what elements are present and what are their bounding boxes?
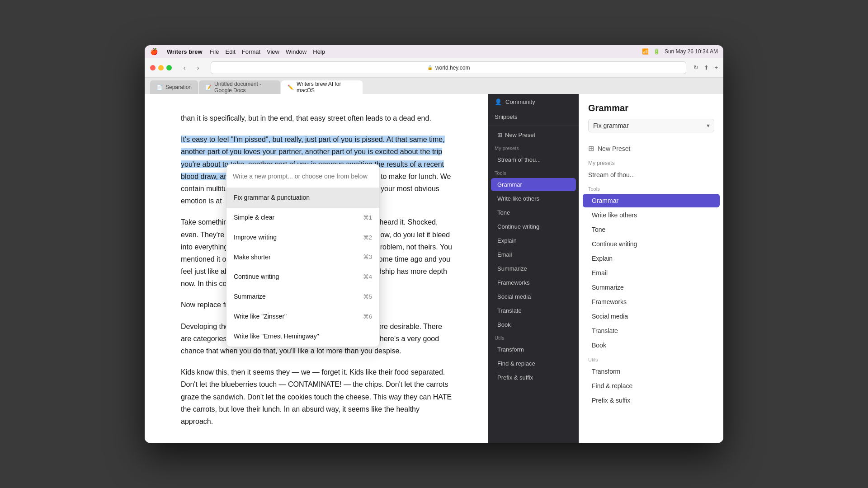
editor-area[interactable]: than it is specifically, but in the end,…: [145, 94, 488, 443]
grammar-tool-explain[interactable]: Explain: [583, 252, 720, 265]
forward-button[interactable]: ›: [193, 62, 203, 73]
sidebar-tool-grammar[interactable]: Grammar: [491, 178, 576, 191]
grammar-util-prefix[interactable]: Prefix & suffix: [583, 394, 720, 407]
menu-file[interactable]: File: [210, 48, 219, 55]
browser-nav: ‹ ›: [179, 62, 203, 73]
popup-search-area[interactable]: [226, 164, 379, 188]
browser-tabs: 📄 Separation 📝 Untitled document - Googl…: [145, 78, 723, 94]
menu-format[interactable]: Format: [242, 48, 260, 55]
new-preset-icon: ⊞: [497, 131, 502, 138]
share-icon[interactable]: ⬆: [704, 64, 709, 71]
editor-paragraph-5: Kids know this, then it seems they — we …: [181, 366, 452, 427]
main-area: than it is specifically, but in the end,…: [145, 94, 723, 443]
fullscreen-button[interactable]: [166, 65, 172, 70]
sidebar-tool-summarize[interactable]: Summarize: [491, 262, 576, 275]
grammar-tool-social[interactable]: Social media: [583, 310, 720, 323]
grammar-tools-label: Tools: [579, 182, 723, 193]
sidebar-tool-book[interactable]: Book: [491, 318, 576, 331]
apple-logo-icon[interactable]: 🍎: [150, 48, 158, 55]
sidebar-community[interactable]: 👤 Community: [488, 94, 579, 110]
popup-item-simple[interactable]: Simple & clear ⌘1: [226, 208, 379, 228]
tab-icon-writers: ✏️: [288, 84, 294, 90]
sidebar-tool-explain[interactable]: Explain: [491, 234, 576, 247]
grammar-tool-write-like[interactable]: Write like others: [583, 208, 720, 222]
tab-icon-separation: 📄: [156, 84, 163, 90]
sidebar-tool-translate[interactable]: Translate: [491, 304, 576, 317]
tab-label-writers: Writers brew AI for macOS: [297, 81, 356, 94]
grammar-select[interactable]: Fix grammar Improve writing Simple & cle…: [588, 119, 714, 132]
url-text: world.hey.com: [435, 65, 470, 71]
popup-item-label-simple: Simple & clear: [234, 212, 274, 223]
traffic-lights: [150, 65, 172, 70]
tab-icon-docs: 📝: [205, 84, 212, 90]
popup-item-label-continue: Continue writing: [234, 272, 279, 282]
menu-view[interactable]: View: [267, 48, 279, 55]
tab-label-docs: Untitled document - Google Docs: [214, 81, 274, 94]
community-label: Community: [505, 99, 535, 105]
grammar-select-row: Fix grammar Improve writing Simple & cle…: [579, 119, 723, 140]
sidebar-tool-write-like[interactable]: Write like others: [491, 192, 576, 205]
popup-item-hemingway[interactable]: Write like "Ernest Hemingway": [226, 327, 379, 347]
grammar-tool-email[interactable]: Email: [583, 266, 720, 280]
sidebar-tool-frameworks[interactable]: Frameworks: [491, 276, 576, 289]
grammar-tool-summarize[interactable]: Summarize: [583, 281, 720, 294]
tab-separation[interactable]: 📄 Separation: [150, 80, 198, 94]
popup-item-shortcut-simple: ⌘1: [363, 213, 372, 223]
sidebar-tool-email[interactable]: Email: [491, 248, 576, 261]
clock: Sun May 26 10:34 AM: [665, 48, 718, 55]
grammar-new-preset[interactable]: ⊞ New Preset: [579, 140, 723, 157]
grammar-my-presets-label: My presets: [579, 157, 723, 168]
popup-item-label-summarize: Summarize: [234, 291, 266, 302]
my-presets-label: My presets: [488, 142, 579, 153]
address-bar[interactable]: 🔒 world.hey.com: [211, 61, 686, 74]
battery-icon: 🔋: [653, 48, 660, 55]
popup-item-label-improve: Improve writing: [234, 232, 277, 243]
sidebar-util-find-replace[interactable]: Find & replace: [491, 357, 576, 370]
popup-item-label-fix-grammar: Fix grammar & punctuation: [234, 192, 310, 203]
sidebar-stream-preset[interactable]: Stream of thou...: [491, 153, 576, 166]
sidebar-tool-tone[interactable]: Tone: [491, 206, 576, 219]
grammar-tool-book[interactable]: Book: [583, 338, 720, 352]
grammar-tool-translate[interactable]: Translate: [583, 324, 720, 338]
grammar-preset-stream[interactable]: Stream of thou...: [579, 168, 723, 182]
new-tab-icon[interactable]: +: [714, 64, 718, 71]
popup-item-continue[interactable]: Continue writing ⌘4: [226, 267, 379, 287]
popup-item-improve[interactable]: Improve writing ⌘2: [226, 228, 379, 248]
grammar-tool-frameworks[interactable]: Frameworks: [583, 295, 720, 309]
menu-help[interactable]: Help: [313, 48, 325, 55]
popup-item-fix-grammar[interactable]: Fix grammar & punctuation: [226, 188, 379, 208]
grammar-panel: Grammar Fix grammar Improve writing Simp…: [579, 94, 723, 443]
tab-google-docs[interactable]: 📝 Untitled document - Google Docs: [199, 80, 280, 94]
grammar-tool-grammar[interactable]: Grammar: [583, 194, 720, 207]
popup-item-summarize[interactable]: Summarize ⌘5: [226, 287, 379, 307]
popup-item-zinsser[interactable]: Write like "Zinsser" ⌘6: [226, 307, 379, 327]
menu-edit[interactable]: Edit: [225, 48, 235, 55]
tools-label: Tools: [488, 167, 579, 178]
popup-item-label-hemingway: Write like "Ernest Hemingway": [234, 331, 319, 342]
popup-search-input[interactable]: [233, 173, 373, 180]
sidebar-util-transform[interactable]: Transform: [491, 343, 576, 356]
sidebar-snippets[interactable]: Snippets: [488, 110, 579, 124]
minimize-button[interactable]: [158, 65, 164, 70]
grammar-tool-continue[interactable]: Continue writing: [583, 237, 720, 251]
sidebar-util-prefix[interactable]: Prefix & suffix: [491, 371, 576, 384]
popup-item-label-shorter: Make shorter: [234, 252, 271, 263]
popup-item-shorter[interactable]: Make shorter ⌘3: [226, 248, 379, 267]
sidebar-new-preset[interactable]: ⊞ New Preset: [491, 128, 576, 141]
back-button[interactable]: ‹: [179, 62, 190, 73]
lock-icon: 🔒: [427, 65, 433, 70]
menubar-right: 📶 🔋 Sun May 26 10:34 AM: [642, 48, 718, 55]
sidebar-tool-social[interactable]: Social media: [491, 290, 576, 303]
tab-writers-brew[interactable]: ✏️ Writers brew AI for macOS: [281, 80, 363, 94]
sidebar-tool-continue[interactable]: Continue writing: [491, 220, 576, 233]
refresh-icon[interactable]: ↻: [693, 64, 698, 71]
grammar-util-find-replace[interactable]: Find & replace: [583, 379, 720, 393]
grammar-title: Grammar: [579, 94, 723, 119]
wifi-icon: 📶: [642, 48, 649, 55]
menu-window[interactable]: Window: [286, 48, 307, 55]
grammar-util-transform[interactable]: Transform: [583, 365, 720, 378]
browser-chrome: ‹ › 🔒 world.hey.com ↻ ⬆ +: [145, 58, 723, 78]
close-button[interactable]: [150, 65, 156, 70]
editor-paragraph-0: than it is specifically, but in the end,…: [181, 112, 452, 124]
grammar-tool-tone[interactable]: Tone: [583, 223, 720, 236]
